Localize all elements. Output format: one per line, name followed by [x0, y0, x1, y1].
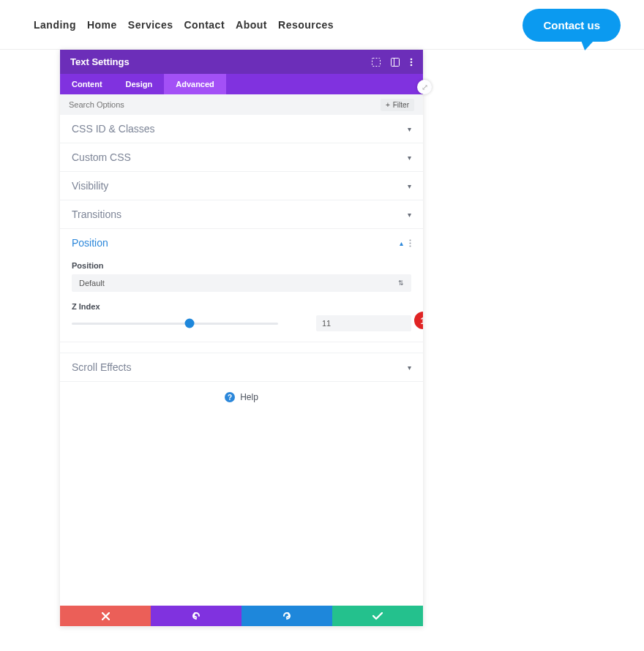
- section-hdr-css-id-classes[interactable]: CSS ID & Classes ▾: [60, 115, 423, 143]
- position-field-label: Position: [72, 261, 411, 270]
- search-input[interactable]: [69, 100, 381, 109]
- nav-link-contact[interactable]: Contact: [184, 19, 225, 31]
- help-row[interactable]: ? Help: [60, 382, 423, 413]
- nav-link-home[interactable]: Home: [87, 19, 117, 31]
- section-visibility: Visibility ▾: [60, 172, 423, 200]
- svg-point-7: [409, 242, 411, 244]
- save-button[interactable]: [332, 606, 423, 626]
- help-icon: ?: [225, 392, 235, 402]
- tab-content[interactable]: Content: [60, 74, 114, 94]
- filter-button[interactable]: + Filter: [381, 99, 414, 111]
- undo-icon: [191, 611, 201, 621]
- position-select-value: Default: [79, 279, 105, 287]
- svg-rect-0: [372, 58, 381, 66]
- svg-point-3: [411, 58, 413, 60]
- action-bar: [60, 606, 423, 626]
- tab-advanced[interactable]: Advanced: [164, 74, 226, 94]
- panel-header: Text Settings: [60, 50, 423, 74]
- section-hdr-custom-css[interactable]: Custom CSS ▾: [60, 143, 423, 171]
- nav-links: Landing Home Services Contact About Reso…: [34, 19, 334, 31]
- help-label: Help: [240, 392, 258, 402]
- redo-button[interactable]: [242, 606, 332, 626]
- slider-track: [72, 323, 278, 325]
- undo-button[interactable]: [151, 606, 242, 626]
- tab-design[interactable]: Design: [114, 74, 165, 94]
- slider-thumb[interactable]: [185, 319, 195, 328]
- panel-title: Text Settings: [70, 56, 130, 67]
- zindex-slider[interactable]: [72, 317, 307, 330]
- panel-layout-icon[interactable]: [391, 58, 400, 67]
- section-title: Scroll Effects: [72, 361, 131, 373]
- panel-body: CSS ID & Classes ▾ Custom CSS ▾ Visibili…: [60, 115, 423, 606]
- section-hdr-scroll-effects[interactable]: Scroll Effects ▾: [60, 353, 423, 381]
- section-scroll-effects: Scroll Effects ▾: [60, 353, 423, 382]
- nav-link-landing[interactable]: Landing: [34, 19, 76, 31]
- contact-cta-button[interactable]: Contact us: [523, 9, 621, 42]
- section-hdr-transitions[interactable]: Transitions ▾: [60, 200, 423, 228]
- cancel-button[interactable]: [60, 606, 151, 626]
- svg-point-4: [411, 61, 413, 63]
- section-hdr-position[interactable]: Position ▴: [60, 229, 423, 257]
- check-icon: [372, 612, 383, 620]
- zindex-row: 1: [72, 315, 411, 331]
- chevron-down-icon: ▾: [408, 182, 411, 190]
- section-custom-css: Custom CSS ▾: [60, 143, 423, 172]
- zindex-field-label: Z Index: [72, 302, 411, 311]
- svg-rect-1: [392, 58, 400, 66]
- drag-handle-icon[interactable]: ⤢: [417, 80, 432, 94]
- section-options-icon[interactable]: [409, 239, 411, 247]
- chevron-down-icon: ▾: [408, 125, 411, 133]
- section-position: Position ▴ Position Default ⇅ Z Index: [60, 229, 423, 342]
- chevron-down-icon: ▾: [408, 154, 411, 162]
- section-content-position: Position Default ⇅ Z Index 1: [60, 261, 423, 342]
- chevron-down-icon: ▾: [408, 211, 411, 219]
- plus-icon: +: [386, 101, 390, 109]
- filter-label: Filter: [393, 101, 409, 109]
- section-transitions: Transitions ▾: [60, 200, 423, 229]
- annotation-badge: 1: [414, 312, 423, 329]
- section-title: Visibility: [72, 180, 108, 192]
- zindex-input[interactable]: [316, 315, 411, 331]
- nav-link-about[interactable]: About: [236, 19, 267, 31]
- settings-panel: Text Settings Content Design Advanced ⤢ …: [60, 50, 423, 626]
- section-css-id-classes: CSS ID & Classes ▾: [60, 115, 423, 143]
- nav-link-resources[interactable]: Resources: [278, 19, 334, 31]
- section-title: Position: [72, 237, 108, 249]
- expand-icon[interactable]: [372, 58, 381, 67]
- panel-tabs: Content Design Advanced ⤢: [60, 74, 423, 94]
- svg-point-6: [409, 239, 411, 241]
- kebab-menu-icon[interactable]: [410, 58, 413, 67]
- close-icon: [102, 612, 110, 620]
- svg-point-5: [411, 64, 413, 66]
- svg-point-8: [409, 245, 411, 247]
- position-select[interactable]: Default ⇅: [72, 274, 411, 292]
- search-row: + Filter: [60, 94, 423, 115]
- select-caret-icon: ⇅: [398, 279, 404, 287]
- nav-link-services[interactable]: Services: [128, 19, 173, 31]
- section-title: Custom CSS: [72, 151, 131, 163]
- chevron-down-icon: ▾: [408, 364, 411, 372]
- redo-icon: [282, 611, 292, 621]
- section-title: Transitions: [72, 208, 121, 220]
- chevron-up-icon: ▴: [400, 239, 403, 247]
- contact-cta-wrap: Contact us: [523, 9, 621, 42]
- section-hdr-visibility[interactable]: Visibility ▾: [60, 172, 423, 200]
- section-title: CSS ID & Classes: [72, 123, 155, 135]
